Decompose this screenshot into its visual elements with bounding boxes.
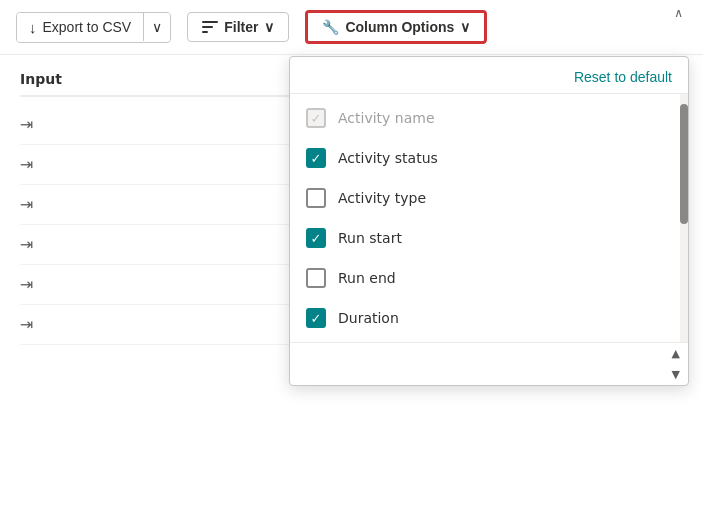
filter-label: Filter bbox=[224, 19, 258, 35]
duration-checkbox[interactable] bbox=[306, 308, 326, 328]
filter-button[interactable]: Filter ∨ bbox=[187, 12, 289, 42]
scroll-track bbox=[680, 94, 688, 342]
run-start-item[interactable]: Run start bbox=[290, 218, 688, 258]
activity-name-item[interactable]: Activity name bbox=[290, 98, 688, 138]
row-arrow-icon: ⇥ bbox=[20, 275, 33, 294]
row-arrow-icon: ⇥ bbox=[20, 155, 33, 174]
activity-status-item[interactable]: Activity status bbox=[290, 138, 688, 178]
column-options-dropdown: Reset to default Activity name Activity … bbox=[289, 56, 689, 386]
run-start-checkbox[interactable] bbox=[306, 228, 326, 248]
dropdown-header: Reset to default bbox=[290, 57, 688, 94]
chevron-up-icon[interactable]: ∧ bbox=[674, 6, 683, 20]
row-arrow-icon: ⇥ bbox=[20, 115, 33, 134]
scroll-thumb[interactable] bbox=[680, 104, 688, 224]
row-arrow-icon: ⇥ bbox=[20, 315, 33, 334]
toolbar: ∧ ↓ Export to CSV ∨ Filter ∨ 🔧 Column Op… bbox=[0, 0, 703, 55]
run-end-checkbox[interactable] bbox=[306, 268, 326, 288]
run-end-label: Run end bbox=[338, 270, 396, 286]
download-icon: ↓ bbox=[29, 19, 37, 36]
export-chevron-icon: ∨ bbox=[152, 19, 162, 35]
row-arrow-icon: ⇥ bbox=[20, 235, 33, 254]
wrench-icon: 🔧 bbox=[322, 19, 339, 35]
activity-type-item[interactable]: Activity type bbox=[290, 178, 688, 218]
duration-label: Duration bbox=[338, 310, 399, 326]
dropdown-list: Activity name Activity status Activity t… bbox=[290, 94, 688, 342]
activity-name-label: Activity name bbox=[338, 110, 435, 126]
activity-name-checkbox[interactable] bbox=[306, 108, 326, 128]
export-to-csv-button[interactable]: ↓ Export to CSV bbox=[17, 13, 143, 42]
export-dropdown-button[interactable]: ∨ bbox=[144, 13, 170, 41]
scroll-down-arrow[interactable]: ▼ bbox=[664, 364, 688, 385]
column-options-label: Column Options bbox=[345, 19, 454, 35]
filter-chevron-icon: ∨ bbox=[264, 19, 274, 35]
activity-type-checkbox[interactable] bbox=[306, 188, 326, 208]
reset-to-default-button[interactable]: Reset to default bbox=[574, 65, 672, 89]
run-end-item[interactable]: Run end bbox=[290, 258, 688, 298]
activity-status-label: Activity status bbox=[338, 150, 438, 166]
row-arrow-icon: ⇥ bbox=[20, 195, 33, 214]
export-label: Export to CSV bbox=[43, 19, 132, 35]
run-start-label: Run start bbox=[338, 230, 402, 246]
column-options-button[interactable]: 🔧 Column Options ∨ bbox=[305, 10, 487, 44]
activity-status-checkbox[interactable] bbox=[306, 148, 326, 168]
scroll-up-arrow[interactable]: ▲ bbox=[664, 343, 688, 364]
export-group: ↓ Export to CSV ∨ bbox=[16, 12, 171, 43]
filter-icon bbox=[202, 21, 218, 33]
activity-type-label: Activity type bbox=[338, 190, 426, 206]
column-options-chevron-icon: ∨ bbox=[460, 19, 470, 35]
duration-item[interactable]: Duration bbox=[290, 298, 688, 338]
